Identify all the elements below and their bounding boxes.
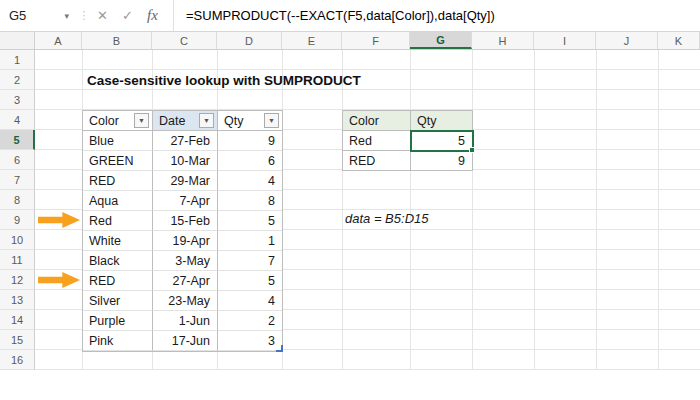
insert-function-icon[interactable]: fx <box>140 0 165 31</box>
row-header-11[interactable]: 11 <box>0 250 35 270</box>
cell-date[interactable]: 1-Jun <box>153 311 218 331</box>
data-range-note[interactable]: data = B5:D15 <box>345 211 428 226</box>
cell-qty[interactable]: 7 <box>218 251 282 271</box>
cell-color[interactable]: Silver <box>83 291 153 311</box>
sheet-grid[interactable]: Case-sensitive lookup with SUMPRODUCT Co… <box>35 50 700 400</box>
cell-qty[interactable]: 5 <box>218 211 282 231</box>
header-label: Qty <box>224 114 243 128</box>
cell-color[interactable]: GREEN <box>83 151 153 171</box>
cell-date[interactable]: 15-Feb <box>153 211 218 231</box>
table-header-row: Color ▼ Date ▼ Qty ▼ <box>83 111 282 131</box>
cell-color[interactable]: Blue <box>83 131 153 151</box>
header-cell-color[interactable]: Color ▼ <box>83 111 153 131</box>
table-row: GREEN 10-Mar 6 <box>83 151 282 171</box>
row-header-1[interactable]: 1 <box>0 50 35 70</box>
cell-f6[interactable]: RED <box>343 151 411 171</box>
row-header-15[interactable]: 15 <box>0 330 35 350</box>
table-row: RED 27-Apr 5 <box>83 271 282 291</box>
header-cell-qty[interactable]: Qty ▼ <box>218 111 282 131</box>
arrow-right-icon <box>38 272 80 288</box>
lookup-header-qty[interactable]: Qty <box>411 111 473 131</box>
col-header-k[interactable]: K <box>658 32 700 49</box>
cell-qty[interactable]: 8 <box>218 191 282 211</box>
col-header-a[interactable]: A <box>35 32 82 49</box>
gridline-v <box>472 50 473 370</box>
table-resize-handle[interactable] <box>276 345 283 352</box>
cell-qty[interactable]: 4 <box>218 291 282 311</box>
lookup-row: Red 5 <box>343 131 473 151</box>
cell-date[interactable]: 10-Mar <box>153 151 218 171</box>
row-header-16[interactable]: 16 <box>0 350 35 370</box>
row-header-6[interactable]: 6 <box>0 150 35 170</box>
cell-color[interactable]: RED <box>83 271 153 291</box>
filter-button[interactable]: ▼ <box>134 113 149 128</box>
row-header-2[interactable]: 2 <box>0 70 35 90</box>
name-box[interactable]: G5 ▾ <box>0 0 78 31</box>
lookup-header-color[interactable]: Color <box>343 111 411 131</box>
col-header-f[interactable]: F <box>342 32 410 49</box>
table-row: Aqua 7-Apr 8 <box>83 191 282 211</box>
cell-date[interactable]: 7-Apr <box>153 191 218 211</box>
cell-date[interactable]: 23-May <box>153 291 218 311</box>
row-header-10[interactable]: 10 <box>0 230 35 250</box>
accept-icon[interactable]: ✓ <box>115 0 140 31</box>
cell-color[interactable]: White <box>83 231 153 251</box>
cell-g6[interactable]: 9 <box>411 151 473 171</box>
cell-qty[interactable]: 5 <box>218 271 282 291</box>
cell-qty[interactable]: 2 <box>218 311 282 331</box>
lookup-header-row: Color Qty <box>343 111 473 131</box>
formula-input[interactable]: =SUMPRODUCT(--EXACT(F5,data[Color]),data… <box>173 0 700 31</box>
cell-qty[interactable]: 6 <box>218 151 282 171</box>
col-header-b[interactable]: B <box>82 32 152 49</box>
col-header-c[interactable]: C <box>152 32 217 49</box>
cell-date[interactable]: 27-Feb <box>153 131 218 151</box>
gridline-v <box>410 50 411 370</box>
cell-qty[interactable]: 3 <box>218 331 282 351</box>
cell-date[interactable]: 29-Mar <box>153 171 218 191</box>
cell-date[interactable]: 19-Apr <box>153 231 218 251</box>
column-headers: A B C D E F G H I J K <box>0 32 700 50</box>
excel-window: G5 ▾ ⋮ ✕ ✓ fx =SUMPRODUCT(--EXACT(F5,dat… <box>0 0 700 400</box>
selected-cell-g5[interactable]: 5 <box>411 131 473 151</box>
cell-qty[interactable]: 4 <box>218 171 282 191</box>
cell-color[interactable]: Black <box>83 251 153 271</box>
row-headers: 1 2 3 4 5 6 7 8 9 10 11 12 13 14 15 16 <box>0 50 35 370</box>
cell-color[interactable]: Red <box>83 211 153 231</box>
cell-date[interactable]: 27-Apr <box>153 271 218 291</box>
row-header-8[interactable]: 8 <box>0 190 35 210</box>
cell-color[interactable]: Pink <box>83 331 153 351</box>
col-header-j[interactable]: J <box>596 32 658 49</box>
sheet-title[interactable]: Case-sensitive lookup with SUMPRODUCT <box>87 73 361 88</box>
gridline-v <box>342 50 343 370</box>
row-header-14[interactable]: 14 <box>0 310 35 330</box>
col-header-h[interactable]: H <box>472 32 534 49</box>
cancel-icon[interactable]: ✕ <box>90 0 115 31</box>
table-row: Pink 17-Jun 3 <box>83 331 282 351</box>
col-header-e[interactable]: E <box>282 32 342 49</box>
gridline-v <box>658 50 659 370</box>
header-cell-date[interactable]: Date ▼ <box>153 111 218 131</box>
chevron-down-icon: ▾ <box>64 11 69 21</box>
col-header-i[interactable]: I <box>534 32 596 49</box>
col-header-d[interactable]: D <box>217 32 282 49</box>
select-all-corner[interactable] <box>0 32 35 49</box>
cell-qty[interactable]: 1 <box>218 231 282 251</box>
cell-color[interactable]: Purple <box>83 311 153 331</box>
fill-handle[interactable] <box>469 147 475 153</box>
row-header-9[interactable]: 9 <box>0 210 35 230</box>
row-header-5[interactable]: 5 <box>0 130 35 150</box>
cell-date[interactable]: 3-May <box>153 251 218 271</box>
row-header-4[interactable]: 4 <box>0 110 35 130</box>
row-header-12[interactable]: 12 <box>0 270 35 290</box>
row-header-3[interactable]: 3 <box>0 90 35 110</box>
row-header-13[interactable]: 13 <box>0 290 35 310</box>
col-header-g[interactable]: G <box>410 32 472 49</box>
row-header-7[interactable]: 7 <box>0 170 35 190</box>
cell-color[interactable]: RED <box>83 171 153 191</box>
cell-f5[interactable]: Red <box>343 131 411 151</box>
filter-button[interactable]: ▼ <box>199 113 214 128</box>
cell-date[interactable]: 17-Jun <box>153 331 218 351</box>
cell-color[interactable]: Aqua <box>83 191 153 211</box>
filter-button[interactable]: ▼ <box>264 113 279 128</box>
cell-qty[interactable]: 9 <box>218 131 282 151</box>
